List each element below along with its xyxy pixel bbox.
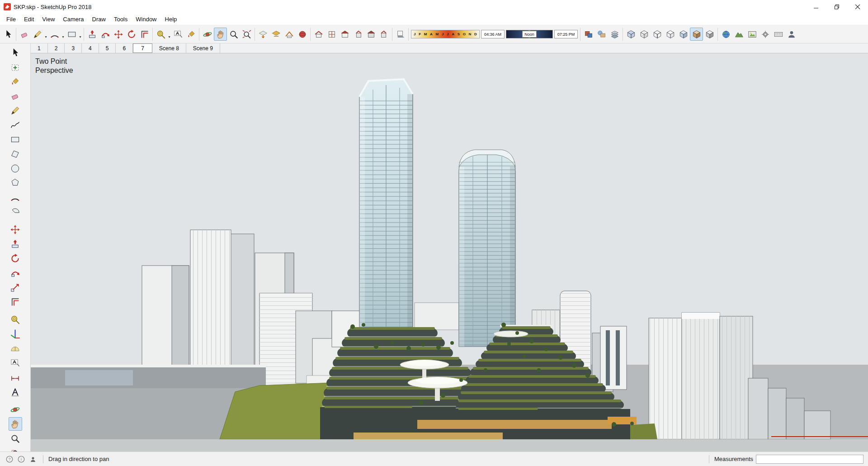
cube-xray-button[interactable] — [624, 28, 637, 41]
line-tool[interactable] — [9, 104, 22, 117]
text-3d-tool[interactable] — [9, 385, 22, 399]
rotated-rectangle-tool[interactable] — [9, 147, 22, 161]
zoom-tool[interactable] — [9, 432, 22, 445]
freehand-tool[interactable] — [9, 118, 22, 132]
select-button[interactable] — [1, 28, 14, 41]
section-plane-button[interactable] — [256, 28, 269, 41]
view-top-button[interactable] — [325, 28, 338, 41]
scene-tab-scene-8[interactable]: Scene 8 — [152, 43, 186, 53]
select-tool[interactable] — [9, 46, 22, 59]
arc-tool[interactable] — [9, 190, 22, 204]
section-fill-button[interactable] — [269, 28, 283, 41]
line-dropdown-arrow[interactable]: ▾ — [44, 28, 48, 41]
eraser-tool[interactable] — [9, 89, 22, 103]
scene-tab-scene-9[interactable]: Scene 9 — [186, 43, 220, 53]
cube-backedges-button[interactable] — [637, 28, 651, 41]
signin-button[interactable] — [785, 28, 798, 41]
paint-bucket-button[interactable] — [184, 28, 198, 41]
keyboard-button[interactable] — [772, 28, 785, 41]
scene-tab-5[interactable]: 5 — [99, 43, 116, 53]
measurements-input[interactable] — [756, 455, 863, 464]
orbit-tool[interactable] — [9, 403, 22, 416]
shadow-time-early[interactable]: 04:36 AM — [481, 30, 505, 38]
view-front-button[interactable] — [338, 28, 351, 41]
view-left-button[interactable] — [377, 28, 391, 41]
info-icon[interactable]: i — [16, 454, 26, 464]
shadow-month-slider[interactable]: JFMAMJJASOND — [411, 30, 480, 38]
shadow-box-button[interactable] — [394, 28, 407, 41]
scene-tab-6[interactable]: 6 — [116, 43, 133, 53]
pan-tool[interactable] — [9, 417, 22, 431]
add-location-button[interactable] — [719, 28, 732, 41]
circle-tool[interactable] — [9, 162, 22, 175]
push-pull-tool[interactable] — [9, 237, 22, 251]
shadow-time-late[interactable]: 07:25 PM — [554, 30, 578, 38]
material-button[interactable] — [582, 28, 595, 41]
question-icon[interactable]: ? — [5, 454, 14, 464]
viewport[interactable]: Two Point Perspective — [31, 53, 868, 452]
view-right-button[interactable] — [351, 28, 364, 41]
rectangle-tool[interactable] — [9, 133, 22, 146]
move-button[interactable] — [112, 28, 125, 41]
offset-button[interactable] — [138, 28, 151, 41]
axes-tool[interactable] — [9, 327, 22, 341]
paint-bucket-tool[interactable] — [9, 75, 22, 88]
cube-textured-button[interactable] — [690, 28, 703, 41]
protractor-tool[interactable] — [9, 342, 22, 355]
rectangle-dropdown-arrow[interactable]: ▾ — [78, 28, 82, 41]
push-pull-button[interactable] — [85, 28, 99, 41]
scene-tab-7[interactable]: 7 — [133, 43, 152, 53]
menu-view[interactable]: View — [38, 14, 59, 24]
menu-tools[interactable]: Tools — [110, 14, 132, 24]
make-component-tool[interactable] — [9, 60, 22, 74]
menu-file[interactable]: File — [2, 14, 20, 24]
menu-help[interactable]: Help — [161, 14, 181, 24]
follow-me-button[interactable] — [99, 28, 112, 41]
zoom-extents-button[interactable] — [240, 28, 253, 41]
orbit-button[interactable] — [201, 28, 214, 41]
shadow-time-slider[interactable]: Noon — [506, 30, 553, 38]
cube-shaded-button[interactable] — [677, 28, 690, 41]
sphere-button[interactable] — [296, 28, 309, 41]
view-iso-button[interactable] — [312, 28, 325, 41]
polygon-tool[interactable] — [9, 176, 22, 190]
view-back-button[interactable] — [364, 28, 377, 41]
style-button[interactable] — [595, 28, 608, 41]
offset-tool[interactable] — [9, 295, 22, 309]
scene-tab-1[interactable]: 1 — [31, 43, 48, 53]
tape-measure-tool[interactable] — [9, 313, 22, 326]
scale-tool[interactable] — [9, 281, 22, 294]
close-button[interactable] — [847, 0, 868, 14]
zoom-button[interactable] — [227, 28, 240, 41]
section-cuts-button[interactable] — [283, 28, 296, 41]
tape-measure-button[interactable] — [154, 28, 167, 41]
scene-tab-4[interactable]: 4 — [82, 43, 99, 53]
rotate-tool[interactable] — [9, 252, 22, 265]
menu-edit[interactable]: Edit — [20, 14, 38, 24]
text-tool[interactable] — [9, 356, 22, 370]
layer-button[interactable] — [608, 28, 621, 41]
pie-tool[interactable] — [9, 205, 22, 219]
text-button[interactable] — [171, 28, 184, 41]
arc-button[interactable] — [48, 28, 61, 41]
person-icon[interactable] — [28, 454, 38, 464]
cube-wireframe-button[interactable] — [651, 28, 664, 41]
rotate-button[interactable] — [125, 28, 138, 41]
eraser-button[interactable] — [18, 28, 31, 41]
minimize-button[interactable] — [806, 0, 826, 14]
scene-tab-3[interactable]: 3 — [65, 43, 82, 53]
shadow-time-noon[interactable]: Noon — [522, 31, 537, 38]
move-tool[interactable] — [9, 223, 22, 236]
rectangle-button[interactable] — [65, 28, 78, 41]
line-button[interactable] — [31, 28, 44, 41]
terrain-button[interactable] — [732, 28, 745, 41]
restore-button[interactable] — [826, 0, 847, 14]
arc-dropdown-arrow[interactable]: ▾ — [61, 28, 65, 41]
extension-button[interactable] — [759, 28, 772, 41]
follow-me-tool[interactable] — [9, 266, 22, 280]
photo-button[interactable] — [745, 28, 759, 41]
cube-hiddenline-button[interactable] — [664, 28, 677, 41]
scene-tab-2[interactable]: 2 — [48, 43, 65, 53]
menu-window[interactable]: Window — [132, 14, 160, 24]
cube-monochrome-button[interactable] — [703, 28, 716, 41]
